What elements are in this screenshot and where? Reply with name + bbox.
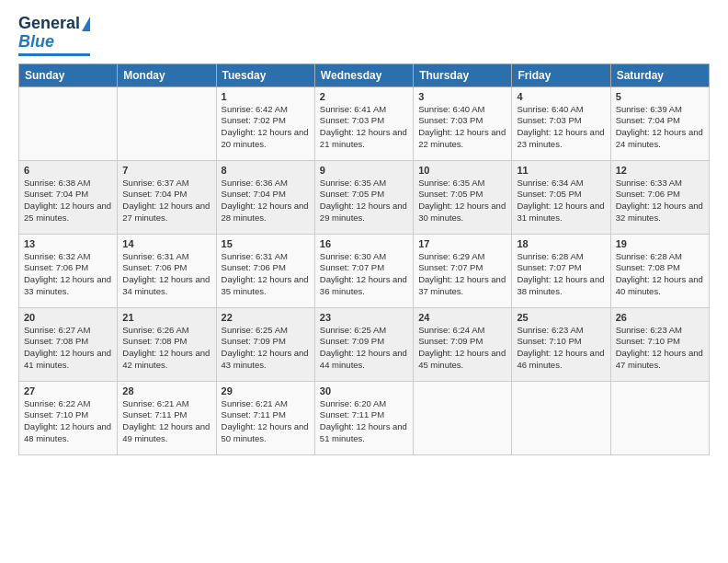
calendar-cell: 13Sunrise: 6:32 AM Sunset: 7:06 PM Dayli… <box>19 234 118 307</box>
calendar-cell: 4Sunrise: 6:40 AM Sunset: 7:03 PM Daylig… <box>512 86 610 160</box>
day-info: Sunrise: 6:42 AM Sunset: 7:02 PM Dayligh… <box>222 104 310 151</box>
day-info: Sunrise: 6:39 AM Sunset: 7:04 PM Dayligh… <box>616 104 704 151</box>
day-info: Sunrise: 6:34 AM Sunset: 7:05 PM Dayligh… <box>517 178 605 224</box>
calendar-cell: 21Sunrise: 6:26 AM Sunset: 7:08 PM Dayli… <box>118 307 216 381</box>
calendar-week-1: 1Sunrise: 6:42 AM Sunset: 7:02 PM Daylig… <box>19 86 710 160</box>
calendar-cell <box>118 86 216 160</box>
day-info: Sunrise: 6:41 AM Sunset: 7:03 PM Dayligh… <box>320 104 408 151</box>
calendar-cell: 29Sunrise: 6:21 AM Sunset: 7:11 PM Dayli… <box>216 381 314 454</box>
day-info: Sunrise: 6:21 AM Sunset: 7:11 PM Dayligh… <box>122 398 210 445</box>
day-number: 7 <box>122 165 210 176</box>
day-number: 29 <box>222 385 310 396</box>
logo: General Blue <box>18 15 90 56</box>
calendar-cell <box>19 86 118 160</box>
page-header: General Blue <box>18 15 710 56</box>
calendar-cell: 14Sunrise: 6:31 AM Sunset: 7:06 PM Dayli… <box>118 234 216 307</box>
day-info: Sunrise: 6:31 AM Sunset: 7:06 PM Dayligh… <box>222 251 310 298</box>
day-number: 24 <box>418 312 506 323</box>
calendar-cell: 9Sunrise: 6:35 AM Sunset: 7:05 PM Daylig… <box>314 160 413 234</box>
calendar-cell <box>414 381 512 454</box>
day-number: 11 <box>517 165 605 176</box>
day-number: 20 <box>24 312 112 323</box>
calendar-header-saturday: Saturday <box>610 63 709 86</box>
calendar-cell <box>512 381 610 454</box>
day-number: 12 <box>616 165 704 176</box>
calendar-week-3: 13Sunrise: 6:32 AM Sunset: 7:06 PM Dayli… <box>19 234 710 307</box>
calendar-cell: 17Sunrise: 6:29 AM Sunset: 7:07 PM Dayli… <box>414 234 512 307</box>
calendar-cell: 3Sunrise: 6:40 AM Sunset: 7:03 PM Daylig… <box>414 86 512 160</box>
day-number: 17 <box>418 238 506 249</box>
calendar-cell: 20Sunrise: 6:27 AM Sunset: 7:08 PM Dayli… <box>19 307 118 381</box>
day-number: 4 <box>517 91 605 102</box>
day-info: Sunrise: 6:25 AM Sunset: 7:09 PM Dayligh… <box>320 325 408 372</box>
day-number: 9 <box>320 165 408 176</box>
day-number: 28 <box>122 385 210 396</box>
calendar-cell: 5Sunrise: 6:39 AM Sunset: 7:04 PM Daylig… <box>610 86 709 160</box>
calendar-header-friday: Friday <box>512 63 610 86</box>
logo-text: General <box>18 15 90 33</box>
day-info: Sunrise: 6:26 AM Sunset: 7:08 PM Dayligh… <box>122 325 210 372</box>
calendar-cell: 19Sunrise: 6:28 AM Sunset: 7:08 PM Dayli… <box>610 234 709 307</box>
day-number: 25 <box>517 312 605 323</box>
day-number: 10 <box>418 165 506 176</box>
calendar-header-row: SundayMondayTuesdayWednesdayThursdayFrid… <box>19 63 710 86</box>
calendar-cell: 11Sunrise: 6:34 AM Sunset: 7:05 PM Dayli… <box>512 160 610 234</box>
day-info: Sunrise: 6:23 AM Sunset: 7:10 PM Dayligh… <box>517 325 605 372</box>
day-number: 14 <box>122 238 210 249</box>
calendar-cell: 16Sunrise: 6:30 AM Sunset: 7:07 PM Dayli… <box>314 234 413 307</box>
day-info: Sunrise: 6:40 AM Sunset: 7:03 PM Dayligh… <box>418 104 506 151</box>
calendar-cell: 10Sunrise: 6:35 AM Sunset: 7:05 PM Dayli… <box>414 160 512 234</box>
logo-underline <box>18 53 90 56</box>
day-number: 18 <box>517 238 605 249</box>
day-info: Sunrise: 6:25 AM Sunset: 7:09 PM Dayligh… <box>222 325 310 372</box>
calendar-cell: 26Sunrise: 6:23 AM Sunset: 7:10 PM Dayli… <box>610 307 709 381</box>
day-number: 2 <box>320 91 408 102</box>
calendar-week-4: 20Sunrise: 6:27 AM Sunset: 7:08 PM Dayli… <box>19 307 710 381</box>
day-info: Sunrise: 6:20 AM Sunset: 7:11 PM Dayligh… <box>320 398 408 445</box>
day-info: Sunrise: 6:36 AM Sunset: 7:04 PM Dayligh… <box>222 178 310 224</box>
day-number: 22 <box>222 312 310 323</box>
day-number: 27 <box>24 385 112 396</box>
day-number: 5 <box>616 91 704 102</box>
day-number: 19 <box>616 238 704 249</box>
calendar-cell: 12Sunrise: 6:33 AM Sunset: 7:06 PM Dayli… <box>610 160 709 234</box>
day-info: Sunrise: 6:37 AM Sunset: 7:04 PM Dayligh… <box>122 178 210 224</box>
day-info: Sunrise: 6:28 AM Sunset: 7:07 PM Dayligh… <box>517 251 605 298</box>
day-number: 13 <box>24 238 112 249</box>
calendar-cell: 1Sunrise: 6:42 AM Sunset: 7:02 PM Daylig… <box>216 86 314 160</box>
day-number: 23 <box>320 312 408 323</box>
day-info: Sunrise: 6:22 AM Sunset: 7:10 PM Dayligh… <box>24 398 112 445</box>
calendar-cell: 7Sunrise: 6:37 AM Sunset: 7:04 PM Daylig… <box>118 160 216 234</box>
calendar-week-5: 27Sunrise: 6:22 AM Sunset: 7:10 PM Dayli… <box>19 381 710 454</box>
day-info: Sunrise: 6:35 AM Sunset: 7:05 PM Dayligh… <box>418 178 506 224</box>
day-number: 21 <box>122 312 210 323</box>
calendar-cell: 8Sunrise: 6:36 AM Sunset: 7:04 PM Daylig… <box>216 160 314 234</box>
calendar-cell: 15Sunrise: 6:31 AM Sunset: 7:06 PM Dayli… <box>216 234 314 307</box>
calendar-cell: 2Sunrise: 6:41 AM Sunset: 7:03 PM Daylig… <box>314 86 413 160</box>
day-info: Sunrise: 6:35 AM Sunset: 7:05 PM Dayligh… <box>320 178 408 224</box>
day-info: Sunrise: 6:21 AM Sunset: 7:11 PM Dayligh… <box>222 398 310 445</box>
day-info: Sunrise: 6:40 AM Sunset: 7:03 PM Dayligh… <box>517 104 605 151</box>
day-number: 8 <box>222 165 310 176</box>
day-info: Sunrise: 6:28 AM Sunset: 7:08 PM Dayligh… <box>616 251 704 298</box>
logo-text2: Blue <box>18 33 54 52</box>
day-info: Sunrise: 6:27 AM Sunset: 7:08 PM Dayligh… <box>24 325 112 372</box>
calendar-cell: 23Sunrise: 6:25 AM Sunset: 7:09 PM Dayli… <box>314 307 413 381</box>
calendar-cell <box>610 381 709 454</box>
day-info: Sunrise: 6:29 AM Sunset: 7:07 PM Dayligh… <box>418 251 506 298</box>
calendar-header-tuesday: Tuesday <box>216 63 314 86</box>
day-info: Sunrise: 6:33 AM Sunset: 7:06 PM Dayligh… <box>616 178 704 224</box>
calendar-header-sunday: Sunday <box>19 63 118 86</box>
day-number: 15 <box>222 238 310 249</box>
day-number: 26 <box>616 312 704 323</box>
day-number: 1 <box>222 91 310 102</box>
day-info: Sunrise: 6:30 AM Sunset: 7:07 PM Dayligh… <box>320 251 408 298</box>
calendar-cell: 25Sunrise: 6:23 AM Sunset: 7:10 PM Dayli… <box>512 307 610 381</box>
day-number: 16 <box>320 238 408 249</box>
calendar-cell: 27Sunrise: 6:22 AM Sunset: 7:10 PM Dayli… <box>19 381 118 454</box>
calendar-table: SundayMondayTuesdayWednesdayThursdayFrid… <box>18 63 710 455</box>
day-number: 3 <box>418 91 506 102</box>
day-info: Sunrise: 6:23 AM Sunset: 7:10 PM Dayligh… <box>616 325 704 372</box>
day-number: 6 <box>24 165 112 176</box>
calendar-header-thursday: Thursday <box>414 63 512 86</box>
